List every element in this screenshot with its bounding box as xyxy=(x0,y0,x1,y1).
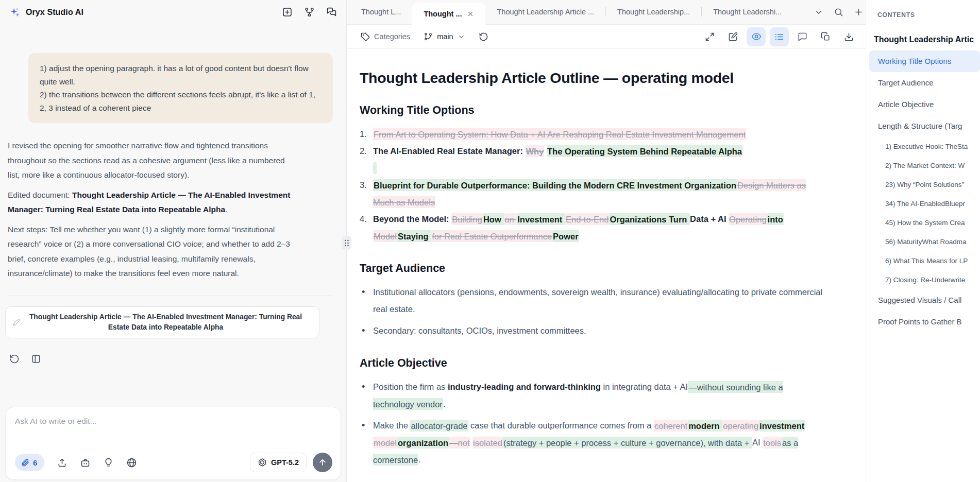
conversations-button[interactable] xyxy=(326,7,337,18)
inserted-text: Blueprint for Durable Outperformance: Bu… xyxy=(373,179,737,191)
text-run: in integrating data + AI xyxy=(601,382,688,391)
tab[interactable]: Thought ... xyxy=(412,3,485,25)
tab-list-chevron-down-icon[interactable] xyxy=(814,8,823,17)
tab-close-icon[interactable] xyxy=(467,10,474,18)
contents-item[interactable]: Working Title Options xyxy=(869,50,980,72)
search-icon[interactable] xyxy=(834,7,843,17)
text-run: Secondary: consultants, OCIOs, investmen… xyxy=(373,326,586,335)
contents-item[interactable]: Article Objective xyxy=(866,94,980,115)
send-button[interactable] xyxy=(313,453,332,472)
section-heading: Article Objective xyxy=(360,357,826,370)
text-run: The AI-Enabled Real Estate Manager: xyxy=(373,146,526,156)
deleted-text: isolated xyxy=(472,437,503,449)
tab[interactable]: Thought Leadershi... xyxy=(702,0,793,24)
inserted-text: Investment xyxy=(517,213,565,225)
deleted-text: End-to-End xyxy=(565,213,609,225)
deleted-text: coherent xyxy=(654,420,688,432)
attachments-button[interactable]: 6 xyxy=(15,454,44,471)
categories-button[interactable]: Categories xyxy=(360,32,410,42)
tag-icon xyxy=(360,32,370,42)
contents-item[interactable]: Target Audience xyxy=(866,72,980,94)
divider xyxy=(8,296,333,296)
document-list-item: 2.The AI-Enabled Real Estate Manager: Wh… xyxy=(360,143,826,177)
fullscreen-button[interactable] xyxy=(700,27,719,46)
tab-bar: Thought L...Thought ...Thought Leadershi… xyxy=(347,0,866,25)
deleted-text: Why xyxy=(526,145,545,157)
model-selector[interactable]: GPT-5.2 xyxy=(250,453,307,472)
text-run: . xyxy=(443,399,446,408)
comments-button[interactable] xyxy=(793,27,812,46)
branch-selector[interactable]: main xyxy=(424,32,465,41)
document-list-item: 4.Beyond the Model: BuildingHow an Inves… xyxy=(360,211,826,245)
deleted-text: model xyxy=(373,437,397,449)
text-run: Data + AI xyxy=(690,214,729,223)
inserted-text: (strategy + people + process + culture +… xyxy=(503,437,752,449)
model-name: GPT-5.2 xyxy=(271,458,299,467)
contents-item[interactable]: 6) What This Means for LP xyxy=(866,251,980,270)
tab[interactable]: Thought Leadership Article ... xyxy=(485,0,605,24)
app-title: Oryx Studio AI xyxy=(26,8,83,17)
contents-item[interactable]: Suggested Visuals / Call xyxy=(866,289,980,311)
new-document-button[interactable] xyxy=(282,7,293,18)
inserted-text: Staying xyxy=(397,230,431,242)
categories-label: Categories xyxy=(374,32,410,41)
list-marker: • xyxy=(362,284,365,301)
document-link-chip[interactable]: Thought Leadership Article — The AI-Enab… xyxy=(5,306,319,338)
contents-item[interactable]: 7) Closing: Re-Underwrite xyxy=(866,270,980,289)
contents-item[interactable]: 23) Why “Point Solutions” xyxy=(866,175,980,194)
contents-item[interactable]: Length & Structure (Targ xyxy=(866,115,980,137)
deleted-text: operating xyxy=(722,420,759,432)
split-view-button[interactable] xyxy=(31,354,41,364)
contents-item[interactable]: 56) MaturityWhat Roadma xyxy=(866,232,980,251)
upload-button[interactable] xyxy=(57,457,67,468)
document-preview: Thought Leadership Article Outline — ope… xyxy=(347,49,866,482)
tab[interactable]: Thought L... xyxy=(350,0,412,24)
chat-input[interactable] xyxy=(15,417,332,453)
copy-button[interactable] xyxy=(816,27,835,46)
tab[interactable]: Thought Leadership... xyxy=(606,0,701,24)
preview-mode-button[interactable] xyxy=(747,27,766,46)
panel-resize-handle[interactable] xyxy=(342,236,351,250)
list-marker: • xyxy=(362,378,365,395)
document-title: Thought Leadership Article Outline — ope… xyxy=(360,70,826,87)
inserted-text: Organizations Turn xyxy=(609,213,690,225)
contents-item[interactable]: 2) The Market Context: W xyxy=(866,156,980,175)
inserted-text: into xyxy=(767,213,784,225)
contents-item[interactable]: 34) The AI-EnabledBluepr xyxy=(866,194,980,213)
list-marker: 4. xyxy=(360,211,367,228)
document-list-item: •Position the firm as industry-leading a… xyxy=(360,378,826,412)
document-list-item: 3.Blueprint for Durable Outperformance: … xyxy=(360,177,826,211)
chat-header: Oryx Studio AI xyxy=(0,0,346,24)
git-branch-icon xyxy=(424,32,433,41)
contents-item[interactable]: Thought Leadership Artic xyxy=(866,29,980,50)
lightbulb-button[interactable] xyxy=(103,457,114,468)
contents-header: CONTENTS xyxy=(866,11,980,19)
list-marker: 1. xyxy=(360,126,367,143)
regenerate-button[interactable] xyxy=(9,354,20,364)
contents-item[interactable]: 45) How the System Crea xyxy=(866,213,980,232)
document-toolbar: Categories main xyxy=(347,25,866,49)
history-button[interactable] xyxy=(479,32,488,42)
bot-button[interactable] xyxy=(80,457,91,468)
deleted-text: Building xyxy=(451,213,483,225)
assistant-paragraph: I revised the opening for smoother narra… xyxy=(8,139,299,183)
outline-toggle-button[interactable] xyxy=(770,27,789,46)
contents-item[interactable]: Proof Points to Gather B xyxy=(866,311,980,333)
download-button[interactable] xyxy=(839,27,858,46)
inserted-text: allocator-grade xyxy=(410,420,468,432)
text-run: industry-leading and forward-thinking xyxy=(448,382,601,391)
inserted-text: The Operating System Behind Repeatable A… xyxy=(547,145,742,157)
new-tab-plus-icon[interactable] xyxy=(854,7,864,17)
contents-item[interactable]: 1) Executive Hook: TheSta xyxy=(866,137,980,156)
deleted-text: From Art to Operating System: How Data +… xyxy=(373,128,746,140)
tab-label: Thought Leadership Article ... xyxy=(497,8,594,16)
pencil-icon xyxy=(13,318,21,326)
tab-label: Thought L... xyxy=(361,8,401,16)
deleted-text: Operating xyxy=(729,213,767,225)
section-heading: Target Audience xyxy=(360,262,826,275)
edit-mode-button[interactable] xyxy=(723,27,742,46)
tab-label: Thought Leadership... xyxy=(617,8,690,16)
web-search-button[interactable] xyxy=(126,457,137,468)
version-tree-button[interactable] xyxy=(304,7,315,18)
app-brand: Oryx Studio AI xyxy=(9,7,277,18)
